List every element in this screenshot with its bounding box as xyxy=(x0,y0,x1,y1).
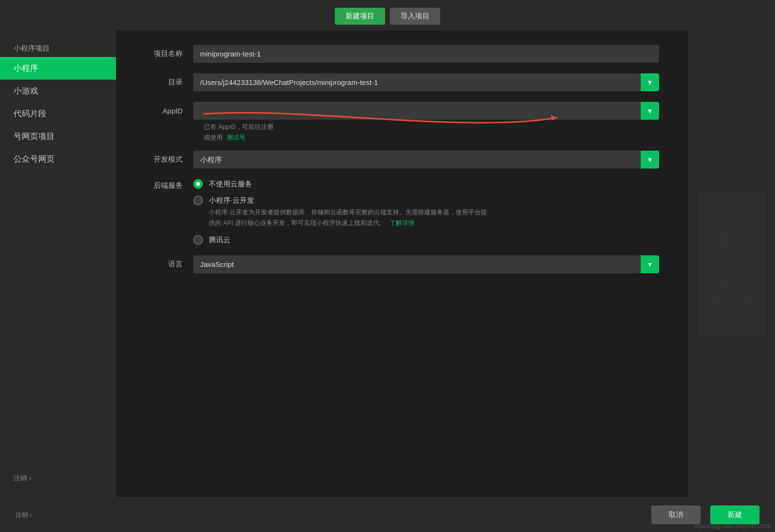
sidebar: 小程序项目 小程序 小游戏 代码片段 号网页项目 公众号网页 注销 › xyxy=(0,30,116,497)
project-name-label: 项目名称 xyxy=(145,49,193,58)
devmode-select-wrap: 小程序 xyxy=(193,151,659,168)
appid-input[interactable] xyxy=(193,102,659,120)
appid-hint-area: 已有 AppID，可前往注册 或使用 测试号 xyxy=(204,123,659,142)
top-bar: 新建项目 导入项目 xyxy=(0,0,775,30)
directory-control xyxy=(193,73,659,91)
create-button[interactable]: 新建 xyxy=(710,505,760,524)
devmode-row: 开发模式 小程序 xyxy=(145,151,659,168)
project-name-input[interactable] xyxy=(193,45,659,63)
appid-select-wrap xyxy=(193,102,659,120)
cloud-desc-body: 小程序·云开发为开发者提供数据库、存储和云函数等完整的云端支持。无需搭建服务器，… xyxy=(209,209,487,226)
appid-hint1: 已有 AppID，可前往注册 xyxy=(204,123,273,130)
project-name-row: 项目名称 xyxy=(145,45,659,63)
directory-row: 目录 xyxy=(145,73,659,91)
language-select-wrap: JavaScript xyxy=(193,255,659,273)
bottom-right-actions: 取消 新建 xyxy=(651,505,760,524)
language-control: JavaScript xyxy=(193,255,659,273)
radio-cloud-dev-label: 小程序·云开发 xyxy=(209,196,254,205)
radio-no-cloud-label: 不使用云服务 xyxy=(209,180,252,189)
sidebar-logout[interactable]: 注销 › xyxy=(0,464,116,492)
sidebar-item-minigame[interactable]: 小游戏 xyxy=(0,80,116,102)
directory-label: 目录 xyxy=(145,78,193,87)
cloud-dev-option-group: 小程序·云开发 小程序·云开发为开发者提供数据库、存储和云函数等完整的云端支持。… xyxy=(193,196,659,228)
radio-tencent-cloud[interactable]: 腾讯云 xyxy=(193,235,659,245)
radio-tencent-cloud-circle xyxy=(193,235,203,245)
backend-label: 后端服务 xyxy=(145,179,193,190)
radio-group: 不使用云服务 小程序·云开发 小程序·云开发为开发者提供数据库、存储和云函数等完… xyxy=(193,179,659,245)
appid-hint-text: 已有 AppID，可前往注册 xyxy=(204,123,659,131)
main-layout: 小程序项目 小程序 小游戏 代码片段 号网页项目 公众号网页 注销 › 项目名称… xyxy=(0,30,775,497)
cancel-button[interactable]: 取消 xyxy=(651,505,701,524)
appid-hint2-row: 或使用 测试号 xyxy=(204,133,659,142)
watermark: https://blog.csdn.net/j244233138 xyxy=(694,523,771,529)
form-area: 项目名称 目录 AppID xyxy=(116,30,688,497)
language-select[interactable]: JavaScript xyxy=(193,255,659,273)
project-name-control xyxy=(193,45,659,63)
cloud-learn-more-link[interactable]: 了解详情 xyxy=(389,219,415,226)
radio-no-cloud[interactable]: 不使用云服务 xyxy=(193,179,659,189)
svg-rect-3 xyxy=(732,196,756,221)
backend-row: 后端服务 不使用云服务 小程序·云开发 xyxy=(145,179,659,245)
appid-control xyxy=(193,102,659,120)
sidebar-item-codesnippet[interactable]: 代码片段 xyxy=(0,102,116,125)
svg-rect-8 xyxy=(703,298,727,322)
appid-row: AppID xyxy=(145,102,659,120)
directory-select-wrap xyxy=(193,73,659,91)
svg-rect-9 xyxy=(732,298,756,322)
devmode-label: 开发模式 xyxy=(145,155,193,164)
import-project-button[interactable]: 导入项目 xyxy=(390,8,440,25)
appid-hint2: 或使用 xyxy=(204,134,223,141)
sidebar-item-mpweb[interactable]: 公众号网页 xyxy=(0,148,116,170)
sidebar-item-webproject[interactable]: 号网页项目 xyxy=(0,125,116,148)
radio-tencent-cloud-label: 腾讯云 xyxy=(209,236,230,245)
cloud-desc-text: 小程序·云开发为开发者提供数据库、存储和云函数等完整的云端支持。无需搭建服务器，… xyxy=(209,207,489,228)
appid-label: AppID xyxy=(145,102,193,115)
right-decorative-panel xyxy=(688,30,775,497)
appid-hint-link[interactable]: 测试号 xyxy=(227,134,245,141)
devmode-select[interactable]: 小程序 xyxy=(193,151,659,168)
backend-control: 不使用云服务 小程序·云开发 小程序·云开发为开发者提供数据库、存储和云函数等完… xyxy=(193,179,659,245)
form-area-inner: 项目名称 目录 AppID xyxy=(145,45,659,273)
new-project-button[interactable]: 新建项目 xyxy=(335,8,385,25)
language-row: 语言 JavaScript xyxy=(145,255,659,273)
sidebar-section-label: 小程序项目 xyxy=(0,35,116,57)
radio-cloud-dev-circle xyxy=(193,196,203,205)
deco-svg xyxy=(693,168,770,361)
radio-cloud-dev[interactable]: 小程序·云开发 xyxy=(193,196,659,205)
language-label: 语言 xyxy=(145,260,193,269)
bottom-bar: 注销 › 取消 新建 xyxy=(0,497,775,532)
directory-input[interactable] xyxy=(193,73,659,91)
svg-rect-7 xyxy=(732,264,756,288)
radio-no-cloud-circle xyxy=(193,179,203,189)
bottom-logout-link[interactable]: 注销 › xyxy=(15,511,32,519)
devmode-control: 小程序 xyxy=(193,151,659,168)
sidebar-item-miniprogram[interactable]: 小程序 xyxy=(0,57,116,80)
